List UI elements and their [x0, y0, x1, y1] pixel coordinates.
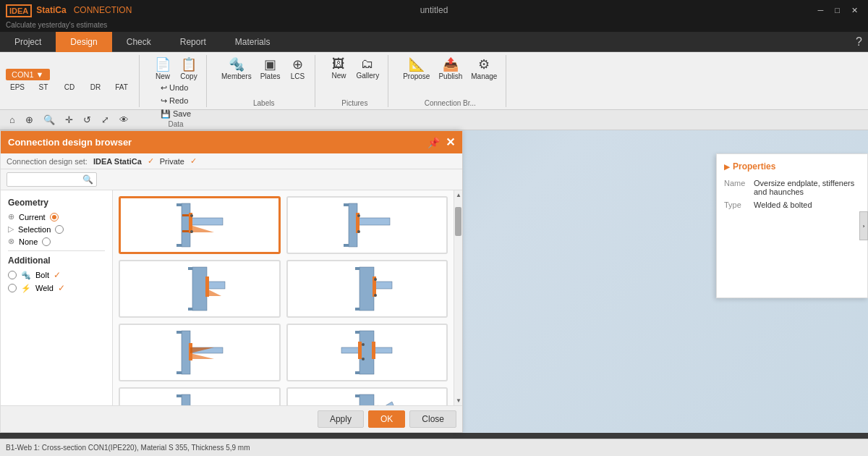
btn-gallery[interactable]: 🗂 Gallery: [353, 55, 382, 81]
cb-close-button[interactable]: ✕: [446, 135, 455, 149]
btn-rotate[interactable]: ↺: [80, 112, 95, 127]
minimize-button[interactable]: ─: [814, 4, 828, 17]
maximize-button[interactable]: □: [830, 4, 844, 17]
btn-st[interactable]: ST: [32, 82, 55, 93]
prop-title-text: Properties: [733, 161, 775, 172]
btn-ok[interactable]: OK: [368, 410, 405, 428]
weld-filter-row[interactable]: ⚡ Weld ✓: [8, 283, 105, 293]
geometry-none-radio[interactable]: [42, 237, 51, 246]
connection-browser: Connection design browser 📌 ✕ Connection…: [0, 130, 463, 433]
prop-name-val: Oversize endplate, stiffeners and haunch…: [754, 179, 860, 196]
cb-body: Geometry ⊕ Current ▷ Selection ⊗ None: [1, 190, 462, 405]
cb-scrollbar[interactable]: ▲ ▼: [454, 190, 462, 405]
btn-fit[interactable]: ⤢: [98, 112, 113, 127]
svg-rect-32: [344, 244, 349, 247]
btn-fat[interactable]: FAT: [110, 82, 133, 93]
cb-pin-button[interactable]: 📌: [427, 137, 440, 148]
tab-design[interactable]: Design: [56, 32, 111, 52]
undo-redo-save: ↩ Undo ↪ Redo 💾 Save: [158, 82, 194, 120]
cds-bar: Connection design set: IDEA StatiCa ✓ Pr…: [1, 153, 462, 169]
window-title: untitled: [420, 5, 448, 15]
app-subtitle: Calculate yesterday's estimates: [0, 20, 868, 32]
btn-members[interactable]: 🔩 Members: [218, 55, 255, 82]
close-button[interactable]: ✕: [847, 4, 862, 17]
btn-apply[interactable]: Apply: [318, 410, 364, 428]
svg-rect-62: [358, 342, 362, 359]
connection-grid-item-4[interactable]: [286, 260, 448, 318]
geometry-none-row[interactable]: ⊗ None: [8, 237, 105, 246]
con1-label: CON1 ▼: [12, 70, 44, 79]
connection-grid-item-2[interactable]: [286, 196, 448, 254]
btn-pan[interactable]: ✛: [61, 112, 77, 127]
btn-save[interactable]: 💾 Save: [158, 108, 194, 120]
tab-project[interactable]: Project: [0, 32, 56, 52]
scroll-up-arrow[interactable]: ▲: [454, 190, 462, 200]
scroll-down-arrow[interactable]: ▼: [454, 396, 462, 405]
btn-redo[interactable]: ↪ Redo: [158, 95, 194, 107]
tab-report[interactable]: Report: [166, 32, 221, 52]
scroll-track[interactable]: [454, 200, 462, 396]
tab-materials[interactable]: Materials: [221, 32, 285, 52]
btn-close[interactable]: Close: [409, 410, 456, 428]
geometry-current-radio[interactable]: [50, 213, 59, 221]
geometry-selection-radio[interactable]: [55, 225, 64, 234]
btn-undo[interactable]: ↩ Undo: [158, 82, 194, 94]
svg-point-36: [357, 230, 360, 233]
btn-dr[interactable]: DR: [84, 82, 107, 93]
svg-rect-31: [344, 203, 349, 206]
btn-zoom[interactable]: 🔍: [40, 112, 59, 127]
scroll-thumb[interactable]: [455, 207, 461, 236]
cb-search-input[interactable]: [10, 175, 82, 184]
bolt-label: Bolt: [35, 271, 49, 279]
btn-new-picture[interactable]: 🖼 New: [327, 55, 350, 81]
help-button[interactable]: ?: [850, 33, 868, 51]
cds-private-check-icon: ✓: [190, 156, 197, 166]
geometry-current-row[interactable]: ⊕ Current: [8, 212, 105, 221]
svg-rect-44: [355, 267, 359, 270]
prop-triangle-icon: ▶: [724, 163, 730, 171]
connection-preview-3: [171, 263, 229, 314]
cb-filters-panel: Geometry ⊕ Current ▷ Selection ⊗ None: [1, 190, 113, 405]
window-controls[interactable]: ─ □ ✕: [814, 4, 862, 17]
prop-expand-btn[interactable]: ›: [859, 211, 868, 240]
connection-grid-item-8[interactable]: [286, 387, 448, 405]
connection-grid-item-7[interactable]: [119, 387, 281, 405]
cds-label: Connection design set:: [7, 157, 88, 166]
svg-point-35: [357, 214, 360, 217]
svg-rect-38: [188, 267, 192, 270]
connection-grid-item-6[interactable]: [286, 324, 448, 381]
svg-rect-52: [176, 371, 182, 374]
btn-manage[interactable]: ⚙ Manage: [468, 55, 500, 82]
cb-titlebar-controls: 📌 ✕: [427, 135, 455, 149]
btn-new[interactable]: 📄 New: [151, 55, 174, 82]
bolt-radio[interactable]: [8, 271, 17, 279]
btn-publish[interactable]: 📤 Publish: [435, 55, 465, 82]
cds-name: IDEA StatiCa: [93, 157, 142, 166]
app-product-name: StatiCa: [36, 5, 66, 15]
btn-propose[interactable]: 📐 Propose: [400, 55, 433, 82]
cb-search-box[interactable]: 🔍: [7, 172, 97, 187]
geometry-selection-row[interactable]: ▷ Selection: [8, 224, 105, 234]
titlebar-left: IDEA StatiCa CONNECTION: [6, 5, 132, 16]
connection-grid-item-1[interactable]: [119, 196, 281, 254]
con1-selector[interactable]: CON1 ▼: [6, 69, 50, 80]
btn-eps[interactable]: EPS: [6, 82, 29, 93]
btn-copy[interactable]: 📋 Copy: [177, 55, 200, 82]
btn-plates[interactable]: ▣ Plates: [258, 55, 284, 82]
filter-divider-1: [8, 250, 105, 251]
cb-grid: [113, 190, 454, 405]
ribbon-group-data: 📄 New 📋 Copy ↩ Undo ↪ Redo 💾 Save Data: [145, 55, 207, 107]
connection-grid-item-3[interactable]: [119, 260, 281, 318]
btn-view-options[interactable]: 👁: [116, 112, 132, 127]
btn-zoom-extents[interactable]: ⊕: [22, 112, 37, 127]
weld-icon: ⚡: [21, 284, 31, 293]
additional-section-title: Additional: [8, 256, 105, 266]
btn-cd[interactable]: CD: [58, 82, 81, 93]
connection-group-label: Connection Br...: [425, 99, 476, 107]
btn-home-view[interactable]: ⌂: [6, 112, 19, 127]
weld-radio[interactable]: [8, 284, 17, 292]
connection-grid-item-5[interactable]: [119, 324, 281, 381]
tab-check[interactable]: Check: [112, 32, 166, 52]
bolt-filter-row[interactable]: 🔩 Bolt ✓: [8, 270, 105, 280]
btn-lcs[interactable]: ⊕ LCS: [286, 55, 309, 82]
